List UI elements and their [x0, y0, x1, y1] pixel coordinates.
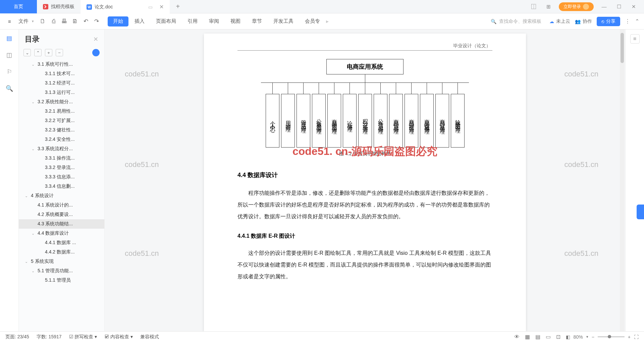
find-icon[interactable]: 🔍 [5, 84, 13, 93]
outline-tree[interactable]: ⌄3.1 系统可行性...3.1.1 技术可...3.1.2 经济可...3.1… [19, 60, 104, 331]
diagram-box: 个人中心 [266, 94, 279, 148]
login-button[interactable]: 立即登录 [559, 2, 594, 11]
tree-item[interactable]: ⌄5 系统实现 [19, 257, 104, 266]
save-icon[interactable]: 🗋 [38, 16, 48, 26]
share-button[interactable]: ⎋分享 [597, 17, 620, 26]
tree-item[interactable]: ⌄4.4 数据库设计 [19, 229, 104, 238]
page-counter[interactable]: 页面: 23/45 [5, 334, 29, 340]
tree-item[interactable]: ⌄4 系统设计 [19, 191, 104, 201]
zoom-in-icon[interactable]: + [628, 334, 631, 340]
tree-item[interactable]: ⌄3.2 系统性能分... [19, 97, 104, 107]
menu-start[interactable]: 开始 [108, 16, 128, 26]
view2-icon[interactable]: ▤ [535, 334, 540, 340]
tree-item[interactable]: ⌄3.1 系统可行性... [19, 60, 104, 69]
tree-item[interactable]: 3.1.2 经济可... [19, 78, 104, 88]
preview-icon[interactable]: 🗎 [70, 16, 80, 26]
zoom-out-icon[interactable]: − [592, 334, 594, 340]
remove-icon[interactable]: − [56, 49, 63, 56]
tree-item[interactable]: ⌄5.1 管理员功能... [19, 266, 104, 276]
tab-label: 找稻壳模板 [51, 4, 74, 10]
tree-item[interactable]: 3.3.2 登录流... [19, 163, 104, 172]
diagram-box: 论坛管理 [343, 94, 357, 148]
tree-item[interactable]: 4.3 系统功能结... [19, 219, 104, 229]
view3-icon[interactable]: ▭ [546, 334, 551, 340]
outline-icon[interactable]: ▤ [5, 34, 13, 42]
apps-icon[interactable]: ⊞ [544, 2, 553, 11]
tree-item[interactable]: 3.3.1 操作流... [19, 154, 104, 163]
nav-icon[interactable]: ◫ [5, 51, 13, 59]
menu-view[interactable]: 视图 [225, 13, 246, 30]
add-icon[interactable]: + [45, 49, 52, 56]
diagram-box: 商品收藏管理 [420, 94, 434, 148]
minimize-icon[interactable]: — [600, 2, 608, 11]
file-menu[interactable]: 文件▾ [15, 18, 37, 24]
compat-mode[interactable]: 兼容模式 [140, 334, 159, 340]
zoom-fit-icon[interactable]: ◧ [566, 334, 570, 340]
content-check-button[interactable]: 🗹 内容检查 ▾ [104, 334, 133, 340]
tab-home[interactable]: 首页 [0, 0, 37, 13]
outline-close-icon[interactable]: ✕ [93, 36, 98, 43]
close-icon[interactable]: ✕ [629, 2, 638, 11]
menu-review[interactable]: 审阅 [204, 13, 224, 30]
tree-item[interactable]: 3.2.3 健壮性... [19, 125, 104, 135]
menu-chapter[interactable]: 章节 [247, 13, 267, 30]
tree-item[interactable]: 4.1 系统设计的... [19, 201, 104, 210]
tree-item[interactable]: ⌄3.3 系统流程分... [19, 144, 104, 154]
fullscreen-icon[interactable]: ⛶ [634, 334, 639, 340]
tree-item[interactable]: 3.2.4 安全性... [19, 135, 104, 144]
collapse-all-icon[interactable]: ⌄ [23, 49, 31, 56]
search-input[interactable]: 🔍查找命令、搜索模板 [487, 18, 545, 24]
zoom-slider[interactable] [598, 336, 625, 337]
tree-item[interactable]: 4.4.2 数据库... [19, 247, 104, 257]
side-tab[interactable] [637, 205, 644, 219]
tree-item[interactable]: 3.3.4 信息删... [19, 182, 104, 191]
export-icon[interactable]: ⎙ [49, 16, 59, 26]
cloud-status[interactable]: ☁未上云 [549, 18, 570, 24]
scroll-thumb[interactable] [621, 33, 624, 63]
collapse-icon[interactable]: ⌃ [635, 18, 639, 24]
tree-item[interactable]: 3.2.2 可扩展... [19, 116, 104, 125]
zoom-control[interactable]: ◧ 80% ▾ − + ⛶ [566, 334, 639, 340]
watermark-small: code51.cn [125, 160, 159, 169]
eye-icon[interactable]: 👁 [514, 334, 520, 340]
print-icon[interactable]: 🖶 [59, 16, 69, 26]
tab-popout-icon[interactable]: ▭ [148, 4, 153, 10]
tree-item[interactable]: 4.4.1 数据库 ... [19, 238, 104, 247]
tree-item[interactable]: 4.2 系统概要设... [19, 210, 104, 219]
menu-member[interactable]: 会员专 [300, 13, 325, 30]
scrollbar[interactable] [620, 30, 625, 331]
tree-item[interactable]: 5.1.1 管理员 [19, 276, 104, 285]
search-icon: 🔍 [491, 19, 496, 24]
tree-item[interactable]: 3.3.3 信息添... [19, 172, 104, 182]
spellcheck-button[interactable]: ☑ 拼写检查 ▾ [69, 334, 97, 340]
menu-ref[interactable]: 引用 [182, 13, 203, 30]
tree-item[interactable]: 3.1.3 运行可... [19, 88, 104, 97]
tab-template[interactable]: 找稻壳模板 [37, 0, 80, 13]
menu-dev[interactable]: 开发工具 [268, 13, 299, 30]
expand-all-icon[interactable]: ⌃ [34, 49, 42, 56]
collab-button[interactable]: 👥协作 [575, 18, 592, 24]
sync-icon[interactable] [92, 49, 100, 56]
tree-item[interactable]: 3.2.1 易用性... [19, 107, 104, 116]
tree-item[interactable]: 3.1.1 技术可... [19, 69, 104, 78]
more-icon[interactable]: ⋮ [625, 18, 630, 24]
maximize-icon[interactable]: ☐ [614, 2, 623, 11]
menu-layout[interactable]: 页面布局 [151, 13, 181, 30]
document-area[interactable]: code51.cn code51.cn code51.cn code51.cn … [105, 30, 625, 331]
undo-icon[interactable]: ↶ [81, 16, 91, 26]
view4-icon[interactable]: ⊡ [556, 334, 560, 340]
zoom-level: 80% [574, 334, 583, 340]
redo-icon[interactable]: ↷ [92, 16, 102, 26]
hamburger-icon[interactable]: ≡ [5, 18, 14, 24]
view1-icon[interactable]: ▦ [525, 334, 530, 340]
bookmark-icon[interactable]: ⚐ [5, 68, 13, 76]
format-panel-icon[interactable]: ≡ [630, 34, 640, 44]
outline-toolbar: ⌄ ⌃ + − [19, 47, 104, 60]
menu-insert[interactable]: 插入 [129, 13, 150, 30]
tab-close-icon[interactable]: ✕ [159, 4, 164, 10]
layout-icon[interactable]: ⿰ [529, 2, 538, 11]
new-tab-button[interactable]: + [170, 0, 186, 13]
word-count[interactable]: 字数: 15917 [37, 334, 62, 340]
watermark-small: code51.cn [564, 249, 598, 258]
tab-document[interactable]: W 论文.doc ▭ ✕ [80, 0, 170, 13]
